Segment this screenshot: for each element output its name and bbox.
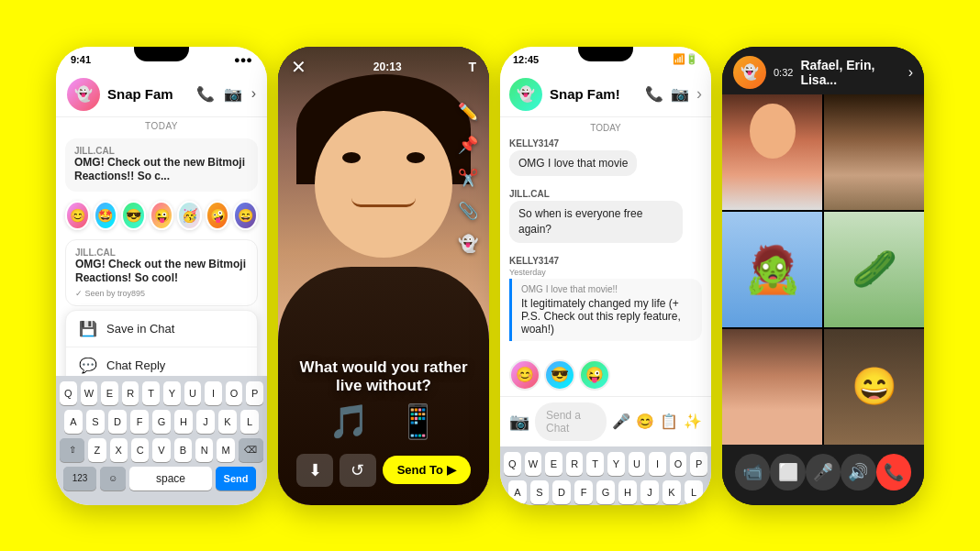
p3-key-l[interactable]: L	[685, 480, 703, 504]
key-d[interactable]: D	[108, 410, 127, 434]
p3-key-f[interactable]: F	[574, 480, 593, 504]
bitmoji-7[interactable]: 😄	[233, 201, 258, 230]
p3-key-j[interactable]: J	[640, 480, 659, 504]
p3-key-w[interactable]: W	[525, 452, 542, 476]
p4-end-call-button[interactable]: 📞	[876, 454, 911, 490]
key-k[interactable]: K	[218, 410, 237, 434]
bitmoji-3[interactable]: 😎	[121, 201, 146, 230]
p3-key-s[interactable]: S	[530, 480, 549, 504]
bitmoji-4[interactable]: 😜	[150, 201, 174, 230]
p3-key-o[interactable]: O	[670, 452, 687, 476]
p1-full-text: OMG! Check out the new Bitmoji Reactions…	[75, 258, 248, 286]
key-emoji[interactable]: ☺	[100, 467, 126, 490]
p2-link-icon[interactable]: 📎	[458, 201, 478, 221]
p2-scissors-icon[interactable]: ✂️	[458, 168, 478, 188]
key-h[interactable]: H	[174, 410, 193, 434]
p3-key-a[interactable]: A	[508, 480, 527, 504]
tag-kelly[interactable]: 😊	[509, 359, 540, 391]
p3-chat-input[interactable]: Send a Chat	[535, 402, 607, 441]
bitmoji-1[interactable]: 😊	[65, 201, 90, 230]
p2-emoji-snap-icon[interactable]: 👻	[458, 234, 478, 254]
chevron-icon[interactable]: ›	[251, 85, 256, 103]
p3-key-i[interactable]: I	[649, 452, 666, 476]
tag-jack[interactable]: 😜	[579, 359, 610, 391]
key-f[interactable]: F	[130, 410, 149, 434]
bitmoji-6[interactable]: 🤪	[206, 201, 230, 230]
key-v[interactable]: V	[152, 438, 170, 462]
key-r[interactable]: R	[122, 381, 139, 405]
key-o[interactable]: O	[226, 381, 243, 405]
notch-1	[134, 47, 189, 61]
p2-text-icon[interactable]: T	[468, 60, 476, 74]
key-a[interactable]: A	[64, 410, 83, 434]
key-c[interactable]: C	[131, 438, 149, 462]
key-p[interactable]: P	[246, 381, 263, 405]
key-s[interactable]: S	[86, 410, 105, 434]
key-y[interactable]: Y	[163, 381, 181, 405]
p3-key-q[interactable]: Q	[504, 452, 521, 476]
sticker-phone[interactable]: 📱	[397, 402, 439, 441]
menu-save-chat[interactable]: 💾 Save in Chat	[66, 311, 257, 347]
key-n[interactable]: N	[195, 438, 213, 462]
phone-icon[interactable]: 📞	[196, 85, 215, 103]
p2-pencil-icon[interactable]: ✏️	[458, 102, 478, 122]
p1-title: Snap Fam	[107, 86, 189, 102]
key-l[interactable]: L	[240, 410, 259, 434]
p2-download-button[interactable]: ⬇	[296, 454, 333, 487]
p3-bitmoji-icon[interactable]: ✨	[684, 413, 702, 430]
key-shift[interactable]: ⇧	[60, 438, 84, 462]
chat-reply-icon: 💬	[79, 357, 97, 374]
key-q[interactable]: Q	[60, 381, 77, 405]
p3-key-p[interactable]: P	[690, 452, 707, 476]
p3-key-e[interactable]: E	[545, 452, 562, 476]
p4-mute-button[interactable]: 🎤	[806, 454, 841, 490]
key-t[interactable]: T	[142, 381, 160, 405]
p2-close-button[interactable]: ✕	[291, 56, 306, 78]
key-x[interactable]: X	[110, 438, 128, 462]
bitmoji-2[interactable]: 🤩	[94, 201, 118, 230]
p3-key-k[interactable]: K	[663, 480, 681, 504]
key-m[interactable]: M	[217, 438, 234, 462]
p4-speaker-button[interactable]: 🔊	[841, 454, 875, 490]
p3-key-r[interactable]: R	[566, 452, 584, 476]
bitmoji-5[interactable]: 🥳	[177, 201, 202, 230]
key-u[interactable]: U	[184, 381, 202, 405]
p3-mic-icon[interactable]: 🎤	[612, 413, 630, 430]
key-delete[interactable]: ⌫	[239, 438, 263, 462]
p3-emoji-icon[interactable]: 😊	[636, 413, 654, 430]
key-space[interactable]: space	[129, 467, 212, 490]
save-icon: 💾	[79, 320, 97, 337]
p3-key-g[interactable]: G	[596, 480, 615, 504]
key-send[interactable]: Send	[216, 467, 256, 490]
p2-share-button[interactable]: ↺	[340, 454, 376, 487]
p3-key-h[interactable]: H	[618, 480, 637, 504]
p3-sticker-icon[interactable]: 📋	[660, 413, 678, 430]
p4-screen-button[interactable]: ⬜	[770, 454, 805, 490]
menu-chat-reply-label: Chat Reply	[106, 358, 165, 372]
key-g[interactable]: G	[152, 410, 171, 434]
video-icon[interactable]: 📷	[224, 85, 242, 103]
key-i[interactable]: I	[205, 381, 222, 405]
p3-key-y[interactable]: Y	[607, 452, 625, 476]
key-123[interactable]: 123	[63, 467, 96, 490]
key-w[interactable]: W	[81, 381, 98, 405]
p3-chevron-icon[interactable]: ›	[696, 84, 702, 104]
tag-jill[interactable]: 😎	[544, 359, 575, 391]
p1-header[interactable]: 👻 Snap Fam 📞 📷 ›	[56, 72, 267, 117]
p3-key-t[interactable]: T	[586, 452, 604, 476]
p3-key-d[interactable]: D	[552, 480, 571, 504]
sticker-music[interactable]: 🎵	[329, 402, 370, 441]
p3-phone-icon[interactable]: 📞	[645, 85, 663, 103]
p3-header[interactable]: 👻 Snap Fam! 📞 📷 ›	[500, 72, 711, 117]
p3-key-u[interactable]: U	[629, 452, 646, 476]
key-b[interactable]: B	[174, 438, 192, 462]
p4-video-button[interactable]: 📹	[735, 454, 770, 490]
p4-chevron-icon[interactable]: ›	[908, 64, 913, 81]
p2-sticker-icon[interactable]: 📌	[458, 135, 478, 155]
p3-video-icon[interactable]: 📷	[671, 85, 689, 103]
key-e[interactable]: E	[101, 381, 118, 405]
key-z[interactable]: Z	[88, 438, 106, 462]
p3-camera-icon[interactable]: 📷	[509, 412, 529, 432]
key-j[interactable]: J	[196, 410, 215, 434]
p2-send-button[interactable]: Send To ▶	[383, 456, 471, 484]
